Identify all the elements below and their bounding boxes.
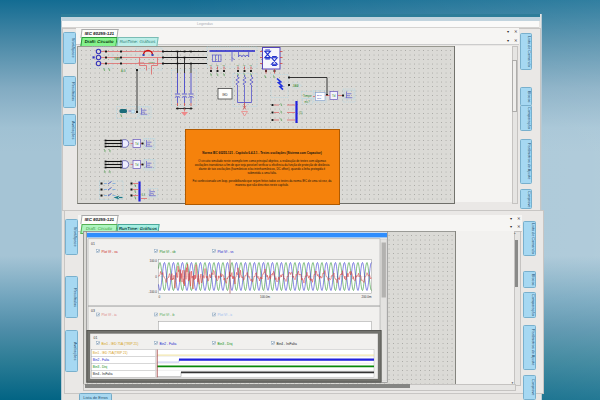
- svg-text:Plot Vf - vb: Plot Vf - vb: [160, 250, 176, 254]
- svg-text:Bin3 - Disj: Bin3 - Disj: [93, 365, 108, 369]
- svg-text:Bin1 - IED 75A(TRIP 21): Bin1 - IED 75A(TRIP 21): [93, 351, 128, 355]
- svg-text:Td: Td: [332, 94, 336, 98]
- svg-text:Trip: Trip: [317, 97, 322, 100]
- svg-text:Bin4 - IniFalta: Bin4 - IniFalta: [277, 342, 298, 346]
- svg-text:A-G: A-G: [121, 69, 126, 73]
- svg-text:ms?: ms?: [305, 100, 311, 104]
- svg-text:va: va: [237, 64, 240, 66]
- svg-text:Bin1 - IED 75A (TRIP 21): Bin1 - IED 75A (TRIP 21): [102, 342, 139, 346]
- svg-text:Plot Vf - ic: Plot Vf - ic: [218, 313, 233, 317]
- svg-text:Plot Vf - ib: Plot Vf - ib: [160, 313, 175, 317]
- svg-text:100.0m: 100.0m: [260, 295, 271, 299]
- svg-text:va: va: [210, 64, 213, 66]
- svg-text:6.1: 6.1: [142, 193, 146, 197]
- svg-text:FltOn: FltOn: [149, 61, 156, 64]
- svg-text:va: va: [223, 64, 226, 66]
- svg-text:(1): (1): [299, 111, 302, 115]
- svg-text:va: va: [250, 64, 253, 66]
- svg-text:Tempo: Tempo: [303, 94, 312, 98]
- svg-text:Td: Td: [135, 163, 139, 167]
- svg-text:Bin2 - Falta: Bin2 - Falta: [160, 342, 177, 346]
- svg-text:01: 01: [94, 336, 98, 340]
- svg-text:va: va: [216, 64, 219, 66]
- svg-text:Bin3 - Disj: Bin3 - Disj: [218, 342, 233, 346]
- svg-text:Bin4 - IniFalta: Bin4 - IniFalta: [93, 372, 113, 376]
- svg-text:-100.0: -100.0: [148, 290, 157, 294]
- svg-text:01: 01: [91, 242, 95, 246]
- svg-text:PhaB: PhaB: [138, 61, 144, 64]
- svg-text:Td: Td: [135, 142, 139, 146]
- svg-text:IED: IED: [222, 93, 228, 97]
- svg-text:va: va: [243, 64, 246, 66]
- svg-text:Bin2 - Falta: Bin2 - Falta: [93, 358, 110, 362]
- svg-text:Plot Vf - va: Plot Vf - va: [102, 250, 118, 254]
- svg-text:SAB: SAB: [293, 84, 299, 88]
- svg-text:03: 03: [91, 309, 95, 313]
- svg-text:Plot Vf - ia: Plot Vf - ia: [102, 313, 117, 317]
- svg-text:Plot Vf - vs: Plot Vf - vs: [218, 250, 234, 254]
- svg-text:SAB: SAB: [114, 57, 120, 61]
- svg-text:200.0m: 200.0m: [361, 295, 372, 299]
- svg-text:100.0: 100.0: [149, 259, 157, 263]
